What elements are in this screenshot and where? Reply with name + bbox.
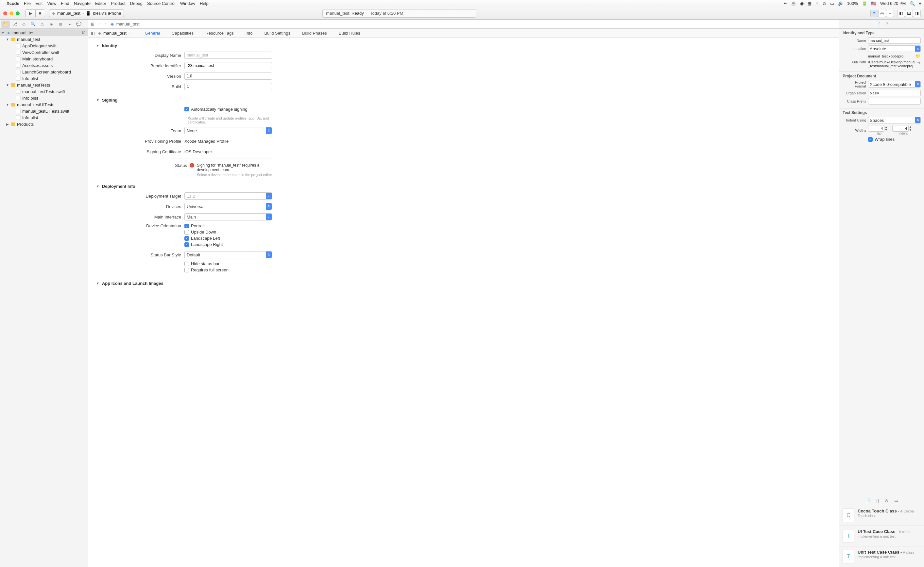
scheme-selector[interactable]: ◆ manual_test › 📱 blesiv's iPhone xyxy=(49,9,124,17)
debug-navigator-tab[interactable]: ≣ xyxy=(56,21,65,28)
upside-down-checkbox[interactable] xyxy=(184,230,189,234)
standard-editor-button[interactable]: ≡ xyxy=(870,10,878,17)
status-icon[interactable]: ✒︎ xyxy=(783,1,787,6)
status-icon[interactable]: ◉ xyxy=(800,1,804,6)
main-interface-combo[interactable]: Main⌄ xyxy=(184,213,272,220)
menu-product[interactable]: Product xyxy=(111,1,126,6)
project-navigator-tab[interactable]: 📁 xyxy=(1,21,10,28)
tree-file[interactable]: ViewController.swift xyxy=(0,49,88,56)
test-navigator-tab[interactable]: ◈ xyxy=(47,21,56,28)
minimize-button[interactable] xyxy=(9,11,14,15)
landscape-right-checkbox[interactable]: ✓ xyxy=(184,242,189,247)
tab-info[interactable]: Info xyxy=(240,29,259,38)
version-field[interactable] xyxy=(184,72,272,80)
forward-button[interactable]: › xyxy=(104,21,108,27)
tree-file[interactable]: Info.plist xyxy=(0,114,88,121)
disclosure-icon[interactable]: ▼ xyxy=(96,184,99,188)
version-editor-button[interactable]: ↔ xyxy=(886,10,894,17)
library-item[interactable]: CCocoa Touch Class - A Cocoa Touch class xyxy=(839,505,924,526)
menu-view[interactable]: View xyxy=(47,1,56,6)
tab-capabilities[interactable]: Capabilities xyxy=(166,29,199,38)
deployment-target-combo[interactable]: 11.2⌄ xyxy=(184,192,272,200)
tree-folder[interactable]: ▶Products xyxy=(0,121,88,128)
location-select[interactable]: Absolute⇅ xyxy=(868,45,921,52)
source-control-navigator-tab[interactable]: ⎇ xyxy=(11,21,19,28)
project-format-select[interactable]: Xcode 8.0-compatible⇅ xyxy=(868,81,921,87)
run-button[interactable]: ▶ xyxy=(26,9,35,17)
menu-find[interactable]: Find xyxy=(61,1,69,6)
spotlight-icon[interactable]: 🔍 xyxy=(910,1,915,6)
quick-help-tab[interactable]: ? xyxy=(886,21,888,27)
status-bar-style-select[interactable]: Default⇅ xyxy=(184,251,272,258)
notification-center-icon[interactable]: ≡ xyxy=(919,1,921,6)
inspector-name-field[interactable] xyxy=(868,37,921,44)
tab-build-settings[interactable]: Build Settings xyxy=(258,29,296,38)
outline-toggle-icon[interactable]: ◧ xyxy=(91,31,95,36)
tab-width-stepper[interactable] xyxy=(868,125,885,132)
symbol-navigator-tab[interactable]: ◇ xyxy=(20,21,28,28)
hide-status-bar-checkbox[interactable] xyxy=(184,262,189,266)
issue-navigator-tab[interactable]: ⚠ xyxy=(38,21,47,28)
requires-full-screen-checkbox[interactable] xyxy=(184,268,189,272)
portrait-checkbox[interactable]: ✓ xyxy=(184,224,189,228)
code-snippet-library-tab[interactable]: {} xyxy=(876,498,879,503)
tree-project-root[interactable]: ▼◆ manual_test M xyxy=(0,29,88,36)
app-menu[interactable]: Xcode xyxy=(6,1,19,6)
disclosure-icon[interactable]: ▼ xyxy=(96,44,99,47)
media-library-tab[interactable]: ▭ xyxy=(894,498,898,503)
tree-file[interactable]: Info.plist xyxy=(0,75,88,82)
menu-window[interactable]: Window xyxy=(180,1,195,6)
tree-file[interactable]: AppDelegate.swift xyxy=(0,42,88,49)
reveal-icon[interactable]: ➜ xyxy=(917,60,921,65)
related-items-icon[interactable]: ⊞ xyxy=(91,21,95,27)
file-template-library-tab[interactable]: 📄 xyxy=(865,498,870,503)
close-button[interactable] xyxy=(3,11,7,15)
jump-bar[interactable]: ⊞ ‹ › ◆ manual_test xyxy=(88,20,839,29)
battery-percent[interactable]: 100% xyxy=(847,1,858,6)
auto-signing-checkbox[interactable]: ✓ xyxy=(184,107,189,111)
tree-file[interactable]: manual_testTests.swift xyxy=(0,88,88,95)
stop-button[interactable]: ■ xyxy=(35,9,45,17)
build-field[interactable] xyxy=(184,83,272,90)
menu-navigate[interactable]: Navigate xyxy=(74,1,90,6)
battery-icon[interactable]: 🔋 xyxy=(862,1,867,6)
bluetooth-icon[interactable]: ⚲ xyxy=(816,1,819,6)
bundle-id-field[interactable] xyxy=(184,62,272,69)
display-icon[interactable]: ▭ xyxy=(830,1,834,6)
flag-icon[interactable]: 🇺🇸 xyxy=(871,1,876,6)
find-navigator-tab[interactable]: 🔍 xyxy=(29,21,37,28)
wrap-lines-checkbox[interactable]: ✓ xyxy=(868,137,873,142)
back-button[interactable]: ‹ xyxy=(97,21,101,27)
file-inspector-tab[interactable]: 📄 xyxy=(875,21,880,27)
display-name-field[interactable] xyxy=(184,52,272,59)
project-tree[interactable]: ▼◆ manual_test M ▼manual_test AppDelegat… xyxy=(0,29,88,567)
library-item[interactable]: TUnit Test Case Class - A class implemen… xyxy=(839,546,924,567)
tree-file[interactable]: LaunchScreen.storyboard xyxy=(0,69,88,75)
status-icon[interactable]: ▦ xyxy=(808,1,811,6)
indent-width-stepper[interactable] xyxy=(892,125,909,132)
landscape-left-checkbox[interactable]: ✓ xyxy=(184,236,189,241)
clock[interactable]: Wed 6:20 PM xyxy=(880,1,906,6)
tree-folder[interactable]: ▼manual_testUITests xyxy=(0,101,88,108)
menu-editor[interactable]: Editor xyxy=(95,1,106,6)
status-icon[interactable]: ☕ xyxy=(791,1,796,6)
wifi-icon[interactable]: ⊚ xyxy=(823,1,826,6)
devices-select[interactable]: Universal⇅ xyxy=(184,203,272,210)
class-prefix-field[interactable] xyxy=(868,98,921,105)
tab-general[interactable]: General xyxy=(139,29,166,38)
menu-edit[interactable]: Edit xyxy=(35,1,42,6)
menu-file[interactable]: File xyxy=(24,1,31,6)
menu-debug[interactable]: Debug xyxy=(130,1,143,6)
tree-folder[interactable]: ▼manual_test xyxy=(0,36,88,42)
object-library-tab[interactable]: ⊙ xyxy=(885,498,888,503)
library-item[interactable]: TUI Test Case Class - A class implementi… xyxy=(839,526,924,546)
breakpoint-navigator-tab[interactable]: ▸ xyxy=(65,21,74,28)
activity-viewer[interactable]: manual_test: Ready | Today at 6:20 PM xyxy=(322,9,476,18)
tree-file[interactable]: Info.plist xyxy=(0,95,88,101)
disclosure-icon[interactable]: ▼ xyxy=(96,98,99,102)
tree-file[interactable]: manual_testUITests.swift xyxy=(0,108,88,114)
toggle-debug-area-button[interactable]: ⬓ xyxy=(905,10,913,17)
team-select[interactable]: None⇅ xyxy=(184,127,272,134)
toggle-inspector-button[interactable]: ◨ xyxy=(913,10,921,17)
assistant-editor-button[interactable]: ◎ xyxy=(878,10,886,17)
